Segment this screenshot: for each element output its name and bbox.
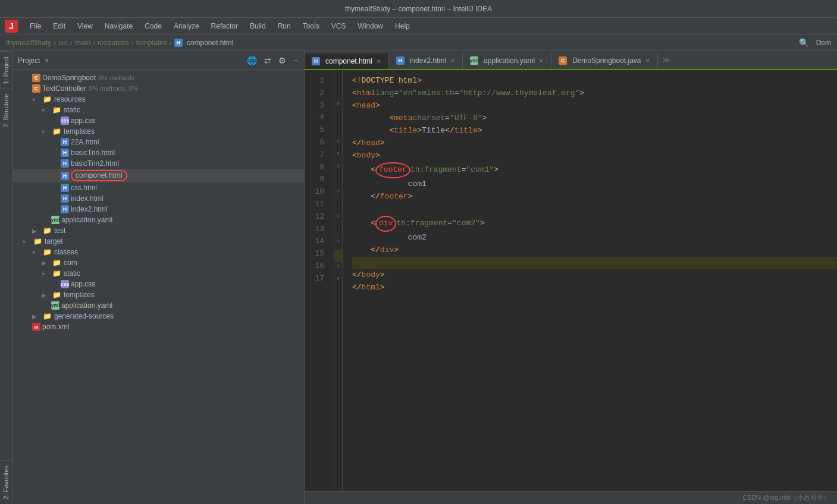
tree-item-basictrin[interactable]: H basicTrin.html — [13, 147, 304, 158]
file-tree: C DemoSpringboot 0% methods C TextContro… — [13, 70, 304, 504]
tree-label: static — [64, 269, 80, 278]
line-num-15: 15 — [305, 248, 329, 260]
tab-close-appyaml[interactable]: ✕ — [538, 57, 544, 65]
tree-item-static[interactable]: ▾ 📁 static — [13, 105, 304, 115]
menu-analyze[interactable]: Analyze — [169, 20, 204, 32]
line-num-16: 16 — [305, 260, 329, 273]
sidebar-tab-favorites[interactable]: 2: Favorites — [0, 460, 12, 504]
tree-item-target[interactable]: ▾ 📁 target — [13, 236, 304, 247]
menu-file[interactable]: File — [25, 20, 46, 32]
tree-label: index2.html — [71, 205, 107, 213]
tree-item-resources[interactable]: ▾ 📁 resources — [13, 94, 304, 105]
tree-label: index.html — [71, 194, 104, 203]
tab-close-componet[interactable]: ✕ — [376, 58, 381, 65]
css-icon: css — [61, 116, 69, 125]
tree-item-textcontroller[interactable]: C TextController 0% methods, 0% — [13, 83, 304, 94]
tab-close-index2[interactable]: ✕ — [450, 57, 455, 65]
tree-label: app.css — [71, 116, 95, 125]
menu-refactor[interactable]: Refactor — [206, 20, 243, 32]
project-globe-icon[interactable]: 🌐 — [246, 55, 258, 67]
code-line-2: <html lang="en" xmlns:th="http://www.thy… — [352, 87, 837, 100]
code-line-1: <!DOCTYPE html> — [352, 75, 837, 87]
tree-item-appyaml[interactable]: yml application.yaml — [13, 215, 304, 225]
tree-item-appcss2[interactable]: css app.css — [13, 279, 304, 289]
fold-arrow-16[interactable]: ⊖ — [334, 262, 342, 275]
menu-build[interactable]: Build — [245, 20, 271, 32]
project-panel-header: Project ▼ 🌐 ⇄ ⚙ − — [13, 51, 304, 70]
tab-demo[interactable]: C DemoSpringboot.java ✕ — [551, 52, 657, 69]
folder-icon: 📁 — [42, 95, 52, 103]
titlebar-text: thymealfStudy – componet.html – IntelliJ… — [345, 5, 492, 13]
fold-arrow-6[interactable]: ⊖ — [334, 137, 342, 150]
breadcrumb-src[interactable]: src — [58, 39, 68, 47]
folder-icon: 📁 — [51, 269, 62, 278]
tab-appyaml[interactable]: yml application.yaml ✕ — [463, 52, 551, 69]
code-content[interactable]: <!DOCTYPE html> <html lang="en" xmlns:th… — [343, 70, 837, 491]
project-settings-icon[interactable]: ⚙ — [277, 55, 287, 67]
tab-componet[interactable]: H componet.html ✕ — [305, 53, 389, 70]
folder-icon: 📁 — [51, 291, 62, 299]
tree-item-com[interactable]: ▶ 📁 com — [13, 257, 304, 268]
line-num-3: 3 — [305, 100, 329, 112]
fold-arrow-3[interactable]: ⊖ — [334, 100, 342, 112]
menu-vcs[interactable]: VCS — [327, 20, 351, 32]
menu-view[interactable]: View — [73, 20, 98, 32]
tree-item-basictrin2[interactable]: H basicTrin2.html — [13, 158, 304, 169]
tree-item-componet[interactable]: H componet.html — [13, 169, 304, 182]
tree-item-csshtml[interactable]: H css.html — [13, 182, 304, 193]
breadcrumb-main[interactable]: main — [75, 39, 90, 47]
fold-arrow-7[interactable]: ⊖ — [334, 150, 342, 162]
tree-label: app.css — [71, 280, 95, 288]
menu-help[interactable]: Help — [390, 20, 415, 32]
menu-run[interactable]: Run — [273, 20, 296, 32]
tree-label: application.yaml — [61, 301, 112, 310]
fold-arrow-17[interactable]: ⊖ — [334, 275, 342, 287]
titlebar: thymealfStudy – componet.html – IntelliJ… — [0, 0, 837, 18]
tab-icon-java: C — [559, 56, 567, 65]
tree-item-test[interactable]: ▶ 📁 test — [13, 225, 304, 236]
breadcrumb-resources[interactable]: resources — [98, 39, 129, 47]
breadcrumb-user-icon[interactable]: Dem — [816, 39, 831, 47]
tree-item-index2[interactable]: H index2.html — [13, 204, 304, 215]
breadcrumb-project[interactable]: thymealfStudy — [6, 39, 51, 47]
tree-item-appcss[interactable]: css app.css — [13, 115, 304, 126]
css-icon: css — [61, 280, 69, 288]
fold-arrow-14[interactable]: ⊖ — [334, 237, 342, 250]
fold-arrow-10[interactable]: ⊖ — [334, 187, 342, 200]
menu-code[interactable]: Code — [140, 20, 167, 32]
breadcrumb-search-icon[interactable]: 🔍 — [799, 38, 809, 48]
tree-item-pomxml[interactable]: m pom.xml — [13, 322, 304, 332]
code-line-11 — [352, 203, 837, 216]
tree-label: static — [64, 106, 80, 114]
tree-item-static2[interactable]: ▾ 📁 static — [13, 268, 304, 279]
line-num-13: 13 — [305, 223, 329, 236]
menu-tools[interactable]: Tools — [298, 20, 324, 32]
fold-arrow-12[interactable]: ⊖ — [334, 212, 342, 225]
code-editor[interactable]: 1 2 3 4 5 6 7 8 9 10 11 12 13 14 15 16 1… — [305, 70, 837, 491]
project-minimize-icon[interactable]: − — [292, 55, 299, 67]
tree-item-generated[interactable]: ▶ 📁 generated-sources — [13, 311, 304, 322]
fold-arrow-8[interactable]: ⊖ — [334, 162, 342, 175]
tree-item-templates2[interactable]: ▶ 📁 templates — [13, 289, 304, 300]
sidebar-tab-structure[interactable]: 7: Structure — [0, 89, 12, 133]
code-line-5: <title>Title</title> — [352, 125, 837, 137]
tree-item-templates[interactable]: ▾ 📁 templates — [13, 126, 304, 137]
project-sync-icon[interactable]: ⇄ — [263, 55, 272, 67]
code-line-17: </html> — [352, 282, 837, 294]
tree-item-index[interactable]: H index.html — [13, 193, 304, 204]
menu-edit[interactable]: Edit — [48, 20, 70, 32]
tree-item-classes[interactable]: ▾ 📁 classes — [13, 247, 304, 257]
breadcrumb-templates[interactable]: templates — [136, 39, 167, 47]
project-dropdown-icon[interactable]: ▼ — [43, 57, 50, 64]
tree-label: css.html — [71, 184, 97, 192]
tree-item-22a[interactable]: H 22A.html — [13, 137, 304, 147]
tab-close-demo[interactable]: ✕ — [645, 57, 650, 65]
menu-window[interactable]: Window — [353, 20, 388, 32]
tree-item-appyaml2[interactable]: yml application.yaml — [13, 300, 304, 311]
tab-index2[interactable]: H index2.html ✕ — [389, 52, 463, 69]
sidebar-tab-project[interactable]: 1: Project — [0, 51, 12, 89]
tree-item-demospringboot[interactable]: C DemoSpringboot 0% methods — [13, 73, 304, 83]
menu-navigate[interactable]: Navigate — [100, 20, 137, 32]
tab-label: index2.html — [410, 56, 446, 65]
more-tabs-icon[interactable]: ≫ — [658, 56, 675, 64]
